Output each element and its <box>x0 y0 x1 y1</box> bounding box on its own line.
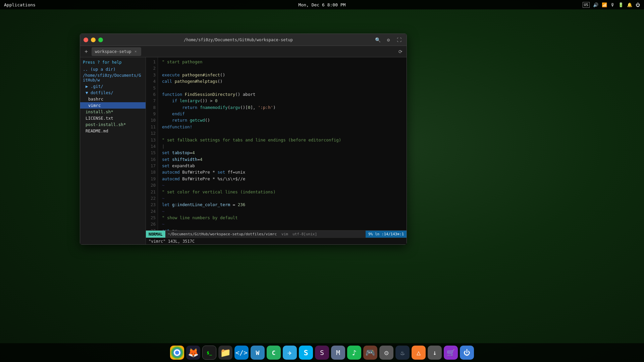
terminal-icon[interactable]: $_ <box>202 346 216 360</box>
slack-icon[interactable]: S <box>315 346 329 360</box>
file-item-readme[interactable]: README.md <box>80 128 146 134</box>
add-tab-button[interactable]: + <box>82 48 90 56</box>
libreoffice-writer-icon[interactable]: W <box>251 346 265 360</box>
window-title: /home/sfi0zy/Documents/GitHub/workspace-… <box>184 38 293 42</box>
tab-history-button[interactable]: ⟳ <box>396 48 405 56</box>
telegram-icon[interactable]: ✈ <box>283 346 297 360</box>
taskbar-bottom: 🦊 $_ 📁 </> W C ✈ S S M ♪ 🎮 ⚙ ♨ △ ↓ 🛒 ⏻ <box>0 343 644 362</box>
tab-bar: + workspace-setup × ⟳ <box>80 46 407 57</box>
settings-icon[interactable]: ⚙ <box>384 36 392 44</box>
spotify-icon[interactable]: ♪ <box>347 346 361 360</box>
power-icon[interactable]: ⏻ <box>636 2 640 7</box>
taskbar-top: Applications Mon, Dec 6 8:00 PM US 🔊 📶 🎙… <box>0 0 644 9</box>
file-item-up-dir[interactable]: .. (up a dir) <box>80 66 146 72</box>
file-panel-hint: Press ? for help <box>80 59 146 66</box>
gamepad-icon[interactable]: 🎮 <box>363 346 377 360</box>
mumble-icon[interactable]: M <box>331 346 345 360</box>
vim-cmdline-text: "vimrc" 143L, 3517C <box>149 239 195 244</box>
preferences-icon[interactable]: ⚙ <box>379 346 393 360</box>
status-bar: NORMAL ~/Documents/GitHub/workspace-setu… <box>146 230 407 238</box>
steam-icon[interactable]: ♨ <box>395 346 410 360</box>
terminal-body: Press ? for help .. (up a dir) /home/sfi… <box>80 57 407 244</box>
fullscreen-icon[interactable]: ⛶ <box>395 36 403 44</box>
volume-icon[interactable]: 🔊 <box>593 2 598 7</box>
libreoffice-calc-icon[interactable]: C <box>267 346 281 360</box>
battery-icon[interactable]: 🔋 <box>618 2 624 7</box>
file-item-git[interactable]: ▶ .git/ <box>80 83 146 89</box>
search-icon[interactable]: 🔍 <box>374 36 382 44</box>
blender-icon[interactable]: △ <box>412 346 426 360</box>
minimize-button[interactable]: − <box>91 38 96 42</box>
keyboard-layout-icon[interactable]: US <box>583 2 590 8</box>
maximize-button[interactable]: + <box>98 38 103 42</box>
vscode-icon[interactable]: </> <box>234 346 249 360</box>
terminal-titlebar: × − + /home/sfi0zy/Documents/GitHub/work… <box>80 34 407 46</box>
status-position: 9% ln :14/143≡:1 <box>366 231 407 238</box>
status-filepath: ~/Documents/GitHub/workspace-setup/dotfi… <box>165 232 280 236</box>
line-numbers: 1 2 3 4 5 6 7 8 910 1112131415 161718192… <box>146 57 158 230</box>
current-path-display: /home/sfi0zy/Documents/GitHub/w <box>80 72 146 83</box>
toggle-icon[interactable]: ⏻ <box>460 346 474 360</box>
close-button[interactable]: × <box>84 38 88 42</box>
tab-label: workspace-setup <box>95 49 131 54</box>
code-content[interactable]: " start pathogen execute pathogen#infect… <box>158 57 407 230</box>
file-item-postinstall[interactable]: post-install.sh* <box>80 121 146 128</box>
file-panel[interactable]: Press ? for help .. (up a dir) /home/sfi… <box>80 57 146 244</box>
file-item-bashrc[interactable]: bashrc <box>80 96 146 102</box>
terminal-window: × − + /home/sfi0zy/Documents/GitHub/work… <box>80 34 407 245</box>
file-item-vimrc[interactable]: vimrc <box>80 102 146 109</box>
store-icon[interactable]: 🛒 <box>444 346 458 360</box>
datetime: Mon, Dec 6 8:00 PM <box>299 2 346 7</box>
code-view[interactable]: 1 2 3 4 5 6 7 8 910 1112131415 161718192… <box>146 57 407 230</box>
skype-icon[interactable]: S <box>299 346 313 360</box>
svg-point-1 <box>175 351 179 355</box>
file-item-install[interactable]: install.sh* <box>80 109 146 115</box>
wifi-icon[interactable]: 📶 <box>602 2 607 7</box>
app-menu[interactable]: Applications <box>4 2 36 7</box>
notifications-icon[interactable]: 🔔 <box>627 2 632 7</box>
editor-area[interactable]: 1 2 3 4 5 6 7 8 910 1112131415 161718192… <box>146 57 407 244</box>
file-item-dotfiles[interactable]: ▼ dotfiles/ <box>80 89 146 96</box>
status-encoding: vim utf-8[unix] <box>279 232 319 236</box>
vim-mode-indicator: NORMAL <box>146 231 165 238</box>
firefox-icon[interactable]: 🦊 <box>186 346 200 360</box>
mic-icon[interactable]: 🎙 <box>610 2 615 7</box>
files-icon[interactable]: 📁 <box>218 346 232 360</box>
vim-cmdline: "vimrc" 143L, 3517C <box>146 238 407 244</box>
tab-close-button[interactable]: × <box>133 49 138 54</box>
chrome-icon[interactable] <box>170 346 184 360</box>
tab-workspace-setup[interactable]: workspace-setup × <box>92 47 141 56</box>
file-item-license[interactable]: LICENSE.txt <box>80 115 146 121</box>
installer-icon[interactable]: ↓ <box>428 346 442 360</box>
